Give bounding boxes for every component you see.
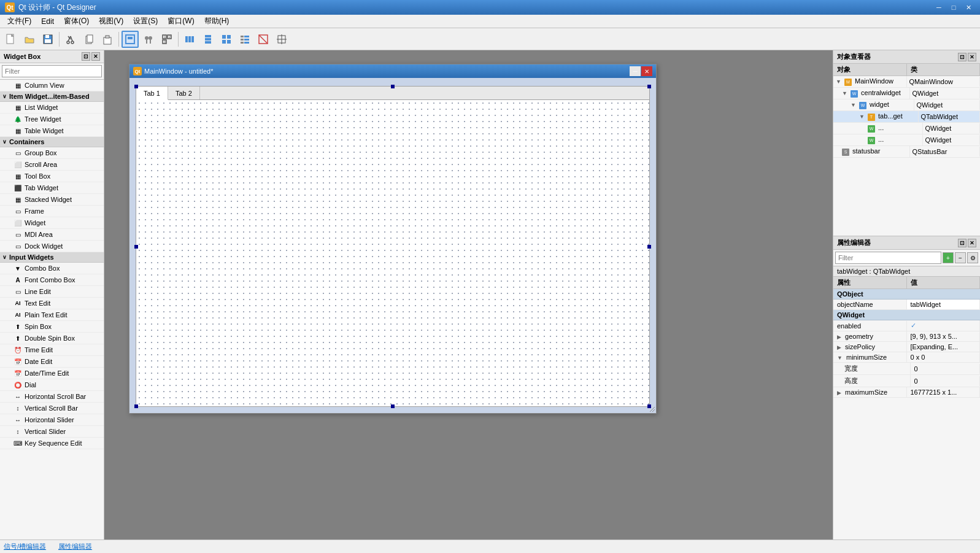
toolbar-copy[interactable] [80, 31, 98, 48]
widget-item-v-scroll-bar[interactable]: ↕ Vertical Scroll Bar [0, 403, 104, 414]
widget-item-h-scroll-bar[interactable]: ↔ Horizontal Scroll Bar [0, 391, 104, 403]
oi-row-mainwindow[interactable]: ▼ M MainWindow QMainWindow [833, 76, 980, 88]
object-inspector-float-btn[interactable]: ⊡ [958, 53, 966, 61]
widget-item-table-widget[interactable]: ▦ Table Widget [0, 125, 104, 137]
pe-section-qwidget[interactable]: QWidget [833, 310, 980, 320]
pe-cell-val[interactable]: tabWidget [907, 300, 981, 309]
widget-item-datetime-edit[interactable]: 📅 Date/Time Edit [0, 368, 104, 379]
widget-item-text-edit[interactable]: AI Text Edit [0, 298, 104, 309]
toolbar-cut[interactable] [62, 31, 79, 48]
widget-item-tool-box[interactable]: ▦ Tool Box [0, 171, 104, 182]
object-inspector-close-btn[interactable]: ✕ [968, 53, 976, 61]
widget-item-plain-text-edit[interactable]: AI Plain Text Edit [0, 309, 104, 321]
tab-2[interactable]: Tab 2 [168, 87, 200, 99]
widget-item-widget[interactable]: ⬜ Widget [0, 217, 104, 229]
toolbar-layout-grid[interactable] [218, 31, 235, 48]
tab-1[interactable]: Tab 1 [136, 87, 168, 100]
toolbar-tab-order[interactable]: 123 [158, 31, 176, 48]
category-input-widgets[interactable]: Input Widgets [0, 252, 104, 263]
pe-cell-val[interactable]: 0 [911, 376, 981, 386]
pe-row-enabled[interactable]: enabled ✓ [833, 320, 980, 331]
widget-item-date-edit[interactable]: 📅 Date Edit [0, 356, 104, 368]
widget-item-scroll-area[interactable]: ⬜ Scroll Area [0, 159, 104, 171]
tab-bar[interactable]: Tab 1 Tab 2 [136, 87, 649, 100]
widget-box-float-btn[interactable]: ⊡ [82, 52, 90, 61]
close-button[interactable]: ✕ [962, 2, 975, 13]
toolbar-adjust-size[interactable] [273, 31, 290, 48]
widget-item-double-spin-box[interactable]: ⬆ Double Spin Box [0, 333, 104, 344]
pe-row-geometry[interactable]: ▶ geometry [9, 9), 913 x 5... [833, 331, 980, 342]
property-editor-float-btn[interactable]: ⊡ [958, 239, 966, 247]
oi-row-widget[interactable]: ▼ W widget QWidget [833, 99, 980, 111]
toolbar-buddy[interactable] [140, 31, 157, 48]
pe-cell-val[interactable]: 16777215 x 1... [907, 387, 981, 397]
widget-item-tab-widget[interactable]: ⬛ Tab Widget [0, 182, 104, 194]
pe-row-maxsize[interactable]: ▶ maximumSize 16777215 x 1... [833, 387, 980, 398]
pe-cell-val[interactable]: [Expanding, E... [907, 342, 981, 352]
pe-row-sizepolicy[interactable]: ▶ sizePolicy [Expanding, E... [833, 342, 980, 352]
menu-settings[interactable]: 设置(S) [128, 15, 163, 28]
oi-row-statusbar[interactable]: S statusbar QStatusBar [833, 146, 980, 158]
status-property-editor-link[interactable]: 属性编辑器 [58, 542, 92, 551]
window-controls[interactable]: ─ □ ✕ [932, 2, 975, 13]
designer-window[interactable]: Qt MainWindow - untitled* ─ ✕ [129, 64, 657, 414]
widget-item-tree-widget[interactable]: 🌲 Tree Widget [0, 114, 104, 125]
widget-item-list-widget[interactable]: ▦ List Widget [0, 102, 104, 114]
toolbar-paste[interactable] [99, 31, 116, 48]
minimize-button[interactable]: ─ [932, 2, 946, 13]
pe-cell-val[interactable]: ✓ [907, 320, 981, 331]
widget-item-v-slider[interactable]: ↕ Vertical Slider [0, 426, 104, 438]
property-editor-close-btn[interactable]: ✕ [968, 239, 976, 247]
toolbar-layout-h[interactable] [181, 31, 198, 48]
maximize-button[interactable]: □ [947, 2, 960, 13]
property-editor-controls[interactable]: ⊡ ✕ [958, 239, 976, 247]
oi-row-tab1widget[interactable]: W ... QWidget [833, 123, 980, 134]
pe-row-minsize[interactable]: ▼ minimumSize 0 x 0 [833, 352, 980, 363]
category-containers[interactable]: Containers [0, 137, 104, 147]
menu-form[interactable]: 窗体(O) [59, 15, 94, 28]
pe-row-objectname[interactable]: objectName tabWidget [833, 300, 980, 310]
designer-minimize-btn[interactable]: ─ [630, 66, 641, 76]
menu-view[interactable]: 视图(V) [94, 15, 128, 28]
widget-box-close-btn[interactable]: ✕ [91, 52, 100, 61]
widget-item-font-combo-box[interactable]: A Font Combo Box [0, 274, 104, 286]
widget-item-combo-box[interactable]: ▼ Combo Box [0, 263, 104, 274]
designer-close-btn[interactable]: ✕ [641, 66, 652, 76]
widget-box-controls[interactable]: ⊡ ✕ [82, 52, 100, 61]
widget-item-dial[interactable]: ⭕ Dial [0, 379, 104, 391]
pe-section-qobject[interactable]: QObject [833, 289, 980, 300]
pe-row-height[interactable]: 高度 0 [833, 375, 980, 387]
widget-item-mdi-area[interactable]: ▭ MDI Area [0, 229, 104, 241]
widget-item-h-slider[interactable]: ↔ Horizontal Slider [0, 414, 104, 426]
toolbar-open[interactable] [21, 31, 38, 48]
property-remove-btn[interactable]: − [955, 252, 966, 263]
pe-cell-val[interactable]: [9, 9), 913 x 5... [907, 331, 981, 341]
property-filter-input[interactable] [835, 252, 941, 264]
designer-window-controls[interactable]: ─ ✕ [630, 66, 652, 76]
widget-item-column-view[interactable]: ▦ Column View [0, 80, 104, 91]
toolbar-widget-editor[interactable] [122, 31, 139, 48]
resize-handle[interactable] [647, 404, 655, 412]
toolbar-new[interactable] [2, 31, 20, 48]
oi-row-tabwidget[interactable]: ▼ T tab...get QTabWidget [833, 111, 980, 123]
category-item-widgets[interactable]: Item Widget...item-Based [0, 91, 104, 102]
menu-help[interactable]: 帮助(H) [199, 15, 234, 28]
widget-item-key-seq-edit[interactable]: ⌨ Key Sequence Edit [0, 438, 104, 449]
widget-item-dock-widget[interactable]: ▭ Dock Widget [0, 241, 104, 252]
canvas-area[interactable]: Qt MainWindow - untitled* ─ ✕ [104, 50, 833, 539]
widget-item-stacked-widget[interactable]: ▦ Stacked Widget [0, 194, 104, 206]
property-config-btn[interactable]: ⚙ [967, 252, 978, 263]
pe-cell-val[interactable]: 0 [911, 364, 981, 374]
pe-row-width[interactable]: 宽度 0 [833, 363, 980, 375]
widget-item-time-edit[interactable]: ⏰ Time Edit [0, 344, 104, 356]
menu-window[interactable]: 窗口(W) [163, 15, 199, 28]
pe-cell-val[interactable]: 0 x 0 [907, 352, 981, 362]
widget-item-frame[interactable]: ▭ Frame [0, 206, 104, 217]
object-inspector-controls[interactable]: ⊡ ✕ [958, 53, 976, 61]
widget-item-group-box[interactable]: ▭ Group Box [0, 147, 104, 159]
tab-widget-container[interactable]: Tab 1 Tab 2 [136, 86, 650, 407]
oi-row-tab2widget[interactable]: W ... QWidget [833, 134, 980, 146]
oi-row-centralwidget[interactable]: ▼ W centralwidget QWidget [833, 88, 980, 99]
toolbar-layout-v[interactable] [199, 31, 217, 48]
widget-filter-input[interactable] [2, 65, 102, 77]
